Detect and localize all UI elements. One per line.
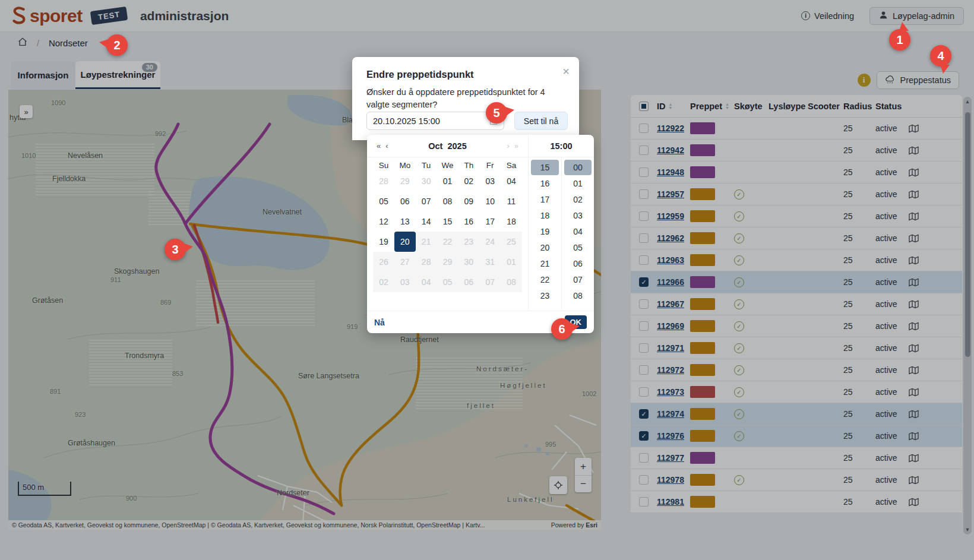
datetime-input[interactable]: 20.10.2025 15:00 bbox=[366, 112, 504, 130]
calendar-day[interactable]: 13 bbox=[394, 211, 416, 232]
calendar-day[interactable]: 06 bbox=[394, 191, 416, 211]
minute-option[interactable]: 08 bbox=[564, 288, 592, 303]
minute-option[interactable]: 00 bbox=[564, 160, 592, 175]
minute-option[interactable]: 01 bbox=[564, 176, 592, 191]
minute-option[interactable]: 07 bbox=[564, 272, 592, 287]
calendar-icon bbox=[489, 117, 498, 125]
calendar-day: 04 bbox=[416, 272, 437, 292]
calendar-day[interactable]: 07 bbox=[416, 191, 437, 211]
calendar-day[interactable]: 01 bbox=[437, 171, 458, 191]
datetime-picker: « ‹ Oct 2025 › » SuMoTuWeThFrSa 28293001… bbox=[367, 135, 594, 333]
prev-month-icon[interactable]: ‹ bbox=[383, 141, 390, 150]
day-name: Tu bbox=[416, 161, 437, 170]
calendar-day[interactable]: 19 bbox=[373, 232, 394, 252]
calendar-day: 24 bbox=[479, 232, 501, 252]
calendar-day[interactable]: 14 bbox=[416, 211, 437, 232]
calendar-day: 28 bbox=[373, 171, 394, 191]
minute-option[interactable]: 05 bbox=[564, 240, 592, 255]
calendar-day: 27 bbox=[394, 252, 416, 272]
calendar-day[interactable]: 17 bbox=[479, 211, 501, 232]
ok-button[interactable]: OK bbox=[565, 315, 587, 329]
datetime-value: 20.10.2025 15:00 bbox=[373, 116, 440, 126]
next-year-icon[interactable]: » bbox=[512, 141, 521, 150]
calendar-day: 05 bbox=[437, 272, 458, 292]
hour-option[interactable]: 22 bbox=[531, 272, 559, 287]
modal-title: Endre preppetidspunkt bbox=[352, 57, 579, 80]
calendar-day: 08 bbox=[501, 272, 522, 292]
calendar-day: 30 bbox=[416, 171, 437, 191]
calendar-grid: 2829300102030405060708091011121314151617… bbox=[367, 171, 528, 292]
calendar-day: 07 bbox=[479, 272, 501, 292]
calendar-day: 31 bbox=[479, 252, 501, 272]
calendar-day[interactable]: 11 bbox=[501, 191, 522, 211]
calendar-day: 06 bbox=[458, 272, 479, 292]
hour-option[interactable]: 17 bbox=[531, 192, 559, 207]
day-name-row: SuMoTuWeThFrSa bbox=[367, 157, 528, 171]
hour-option[interactable]: 18 bbox=[531, 208, 559, 223]
calendar-day: 03 bbox=[394, 272, 416, 292]
change-prep-time-modal: × Endre preppetidspunkt Ønsker du å oppd… bbox=[352, 57, 579, 140]
calendar-day[interactable]: 08 bbox=[437, 191, 458, 211]
day-name: We bbox=[437, 161, 458, 170]
hour-option[interactable]: 19 bbox=[531, 224, 559, 239]
calendar-day[interactable]: 12 bbox=[373, 211, 394, 232]
prev-year-icon[interactable]: « bbox=[374, 141, 383, 150]
calendar-day[interactable]: 15 bbox=[437, 211, 458, 232]
hour-option[interactable]: 23 bbox=[531, 288, 559, 303]
calendar-day: 29 bbox=[437, 252, 458, 272]
hour-option[interactable]: 15 bbox=[531, 160, 559, 175]
calendar-day: 28 bbox=[416, 252, 437, 272]
minute-option[interactable]: 03 bbox=[564, 208, 592, 223]
calendar-day: 30 bbox=[458, 252, 479, 272]
hour-option[interactable]: 20 bbox=[531, 240, 559, 255]
hour-option[interactable]: 16 bbox=[531, 176, 559, 191]
day-name: Su bbox=[373, 161, 394, 170]
calendar-day[interactable]: 10 bbox=[479, 191, 501, 211]
calendar-day[interactable]: 16 bbox=[458, 211, 479, 232]
minute-column: 000102030405060708 bbox=[561, 157, 594, 311]
next-month-icon[interactable]: › bbox=[504, 141, 511, 150]
calendar-day[interactable]: 04 bbox=[501, 171, 522, 191]
now-link[interactable]: Nå bbox=[374, 318, 385, 327]
close-icon[interactable]: × bbox=[562, 65, 570, 77]
day-name: Fr bbox=[479, 161, 501, 170]
day-name: Sa bbox=[501, 161, 522, 170]
calendar-day: 25 bbox=[501, 232, 522, 252]
hour-option[interactable]: 21 bbox=[531, 256, 559, 271]
calendar-day[interactable]: 05 bbox=[373, 191, 394, 211]
minute-option[interactable]: 06 bbox=[564, 256, 592, 271]
day-name: Th bbox=[458, 161, 479, 170]
calendar-day[interactable]: 09 bbox=[458, 191, 479, 211]
calendar-day: 26 bbox=[373, 252, 394, 272]
minute-option[interactable]: 02 bbox=[564, 192, 592, 207]
calendar-day[interactable]: 20 bbox=[394, 232, 416, 252]
modal-question: Ønsker du å oppdatere preppetidspunktet … bbox=[352, 80, 564, 111]
day-name: Mo bbox=[394, 161, 416, 170]
calendar-day: 02 bbox=[373, 272, 394, 292]
calendar-day[interactable]: 18 bbox=[501, 211, 522, 232]
calendar-day: 01 bbox=[501, 252, 522, 272]
time-display: 15:00 bbox=[529, 135, 594, 157]
calendar-day: 23 bbox=[458, 232, 479, 252]
month-year-label[interactable]: Oct 2025 bbox=[391, 141, 505, 151]
minute-option[interactable]: 04 bbox=[564, 224, 592, 239]
calendar-day: 22 bbox=[437, 232, 458, 252]
calendar-day[interactable]: 02 bbox=[458, 171, 479, 191]
calendar-day: 29 bbox=[394, 171, 416, 191]
calendar-day: 21 bbox=[416, 232, 437, 252]
hour-column: 151617181920212223 bbox=[529, 157, 561, 311]
set-to-now-button[interactable]: Sett til nå bbox=[514, 112, 568, 130]
calendar-day[interactable]: 03 bbox=[479, 171, 501, 191]
